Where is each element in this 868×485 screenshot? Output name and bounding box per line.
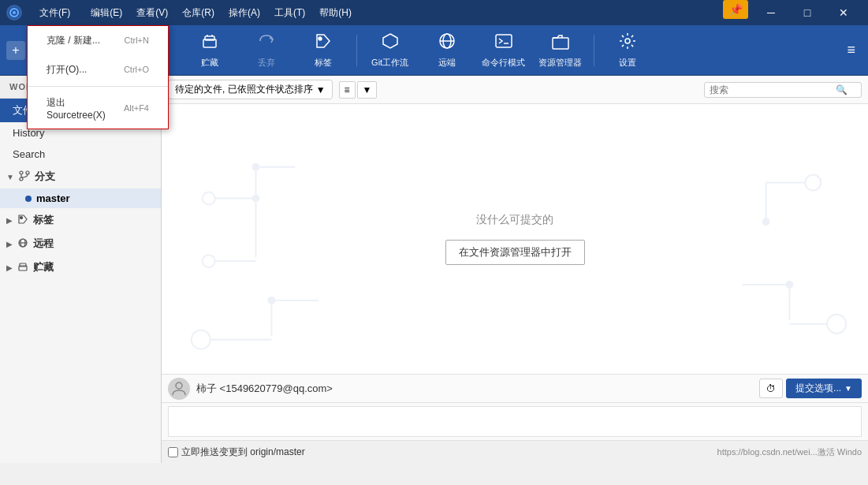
remote-section[interactable]: ▶ 远程 [0,232,161,256]
tag-label: 标签 [315,57,332,69]
branch-item-master[interactable]: master [0,188,161,208]
tags-section[interactable]: ▶ 标签 [0,208,161,232]
window-controls: 📌 ─ □ ✕ [723,0,862,25]
action-menu-item[interactable]: 操作(A) [222,3,266,23]
clone-new-item[interactable]: 克隆 / 新建... Ctrl+N [28,26,168,55]
terminal-label: 命令行模式 [482,57,525,69]
discard-icon [257,32,276,54]
toolbar-divider-2 [356,35,357,66]
help-menu-item[interactable]: 帮助(H) [313,3,358,23]
svg-point-52 [762,218,770,226]
titlebar-left: 文件(F) 克隆 / 新建... Ctrl+N 打开(O)... Ctrl+O … [6,3,358,23]
remote-icon [438,32,456,54]
content-toolbar: 待定的文件, 已依照文件状态排序 ▼ ≡ ▼ 🔍 [162,76,868,104]
bottom-bar: 柿子 <1549620779@qq.com> ⏱ 提交选项... ▼ 立即推送变… [162,374,868,463]
edit-menu-item[interactable]: 编辑(E) [84,3,129,23]
explorer-icon [551,32,570,54]
svg-point-39 [252,163,260,171]
svg-point-25 [20,171,23,174]
svg-point-29 [20,216,23,218]
view-menu-item[interactable]: 查看(V) [130,3,174,23]
explorer-label: 资源管理器 [538,57,582,69]
add-tab-button[interactable]: + [6,41,25,60]
hamburger-menu[interactable]: ≡ [840,39,862,62]
list-view-button[interactable]: ≡ [339,81,356,99]
commit-footer: 立即推送变更到 origin/master https://blog.csdn.… [162,441,868,463]
exit-item[interactable]: 退出 Sourcetree(X) Alt+F4 [28,88,168,129]
svg-marker-17 [383,34,397,48]
content-search-input[interactable] [710,84,836,95]
branches-section[interactable]: ▼ 分支 [0,165,161,188]
stash-section[interactable]: ▶ 贮藏 [0,256,161,279]
titlebar-menu: 文件(F) 克隆 / 新建... Ctrl+N 打开(O)... Ctrl+O … [27,3,358,23]
content-area: 待定的文件, 已依照文件状态排序 ▼ ≡ ▼ 🔍 [162,76,868,463]
maximize-button[interactable]: □ [789,0,825,25]
tags-label: 标签 [33,213,54,227]
svg-point-37 [252,194,260,202]
discard-button[interactable]: 丢弃 [240,28,293,73]
tags-chevron: ▶ [6,216,13,225]
toolbar-divider-3 [594,35,594,66]
commit-message-input[interactable] [168,406,862,437]
svg-point-56 [785,281,793,289]
commit-submit-button[interactable]: 提交选项... ▼ [786,379,862,398]
circuit-background [162,104,868,374]
svg-point-49 [805,175,821,191]
remote-button[interactable]: 远端 [420,28,474,73]
push-checkbox-label[interactable]: 立即推送变更到 origin/master [168,446,305,459]
stash-label: 贮藏 [201,57,218,69]
file-menu-item[interactable]: 文件(F) 克隆 / 新建... Ctrl+N 打开(O)... Ctrl+O … [27,3,83,23]
commit-user-label: 柿子 <1549620779@qq.com> [196,382,333,396]
tools-menu-item[interactable]: 工具(T) [268,3,311,23]
svg-point-35 [203,192,215,204]
content-search-box: 🔍 [704,82,862,98]
settings-icon [618,32,637,54]
pin-button[interactable]: 📌 [723,0,748,19]
view-buttons: ≡ ▼ [339,81,378,99]
minimize-button[interactable]: ─ [753,0,789,25]
svg-rect-23 [553,38,568,49]
stash-icon [200,32,219,54]
main-layout: WORKSPACE 文件状态 History Search ▼ 分支 maste… [0,76,868,463]
sidebar: WORKSPACE 文件状态 History Search ▼ 分支 maste… [0,76,162,463]
commit-btn-arrow: ▼ [844,384,852,393]
svg-point-24 [625,39,630,43]
branches-icon [19,170,30,184]
app-logo [6,5,22,21]
sidebar-item-search[interactable]: Search [0,144,161,165]
explorer-button[interactable]: 资源管理器 [534,28,587,73]
commit-actions: ⏱ 提交选项... ▼ [759,379,862,398]
commit-history-button[interactable]: ⏱ [759,379,783,398]
discard-label: 丢弃 [258,57,275,69]
open-explorer-button[interactable]: 在文件资源管理器中打开 [445,240,585,265]
file-dropdown: 克隆 / 新建... Ctrl+N 打开(O)... Ctrl+O 退出 Sou… [27,25,169,129]
svg-point-44 [192,330,210,349]
branches-label: 分支 [35,170,55,184]
close-button[interactable]: ✕ [825,0,862,25]
open-item[interactable]: 打开(O)... Ctrl+O [28,55,168,84]
svg-rect-13 [205,36,214,40]
terminal-button[interactable]: 命令行模式 [477,28,531,73]
terminal-icon [494,32,513,54]
master-dot [25,196,32,202]
svg-point-26 [26,171,29,174]
settings-button[interactable]: 设置 [601,28,654,73]
tree-view-button[interactable]: ▼ [357,81,378,99]
gitflow-button[interactable]: Git工作流 [363,28,417,73]
remote-label: 远程 [33,237,54,251]
commit-header: 柿子 <1549620779@qq.com> ⏱ 提交选项... ▼ [162,375,868,403]
settings-label: 设置 [619,57,636,69]
menu-separator [28,86,168,87]
sort-dropdown[interactable]: 待定的文件, 已依照文件状态排序 ▼ [168,80,333,99]
stash-button[interactable]: 贮藏 [183,28,237,73]
svg-point-47 [267,297,275,304]
push-label: 立即推送变更到 origin/master [181,446,305,459]
tag-button[interactable]: 标签 [296,28,350,73]
search-icon: 🔍 [836,84,848,95]
repo-menu-item[interactable]: 仓库(R) [176,3,221,23]
svg-point-53 [827,315,846,334]
push-checkbox[interactable] [168,447,178,457]
tag-icon [314,32,333,54]
svg-point-27 [20,177,23,181]
commit-btn-label: 提交选项... [795,382,841,395]
